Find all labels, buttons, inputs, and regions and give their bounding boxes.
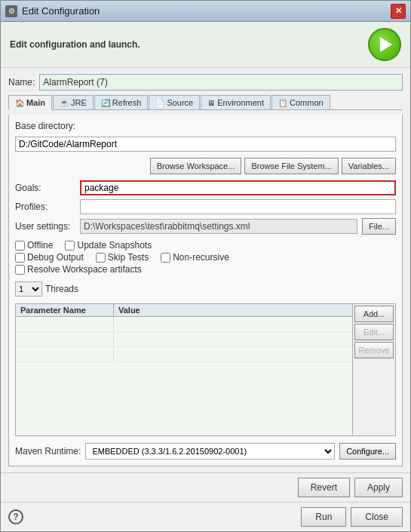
checkbox-row-2: Debug Output Skip Tests Non-recursive — [15, 252, 396, 263]
non-recursive-checkbox-label[interactable]: Non-recursive — [161, 252, 229, 263]
name-input[interactable] — [39, 74, 403, 91]
profiles-input[interactable] — [80, 199, 396, 214]
param-remove-button[interactable]: Remove — [354, 342, 394, 358]
table-row — [16, 332, 352, 347]
resolve-workspace-checkbox-label[interactable]: Resolve Workspace artifacts — [15, 264, 142, 275]
common-tab-icon: 📋 — [278, 99, 287, 107]
title-bar: ⚙ Edit Configuration ✕ — [1, 1, 410, 22]
browse-buttons-row: Browse Workspace... Browse File System..… — [15, 158, 396, 174]
param-table-body — [16, 317, 352, 435]
skip-tests-checkbox[interactable] — [96, 253, 106, 263]
param-col-name-header: Parameter Name — [16, 304, 114, 316]
configure-button[interactable]: Configure... — [339, 443, 396, 460]
resolve-workspace-checkbox[interactable] — [15, 265, 25, 275]
skip-tests-checkbox-label[interactable]: Skip Tests — [96, 252, 149, 263]
debug-output-checkbox-label[interactable]: Debug Output — [15, 252, 84, 263]
param-table-main: Parameter Name Value — [16, 304, 352, 435]
tab-common[interactable]: 📋 Common — [271, 95, 330, 109]
tab-environment[interactable]: 🖥 Environment — [201, 95, 271, 109]
user-settings-input[interactable] — [80, 219, 357, 234]
param-edit-button[interactable]: Edit... — [354, 324, 394, 340]
content-area: Name: 🏠 Main ☕ JRE 🔄 Refresh 📄 Source � — [1, 68, 410, 472]
dialog-window: ⚙ Edit Configuration ✕ Edit configuratio… — [0, 0, 411, 532]
update-snapshots-checkbox[interactable] — [65, 241, 75, 251]
jre-tab-icon: ☕ — [60, 99, 69, 107]
table-row — [16, 347, 352, 362]
bottom-bar: Revert Apply — [1, 472, 410, 502]
apply-button[interactable]: Apply — [354, 478, 403, 497]
param-table-header: Parameter Name Value — [16, 304, 352, 317]
tab-jre[interactable]: ☕ JRE — [53, 95, 94, 109]
tab-refresh[interactable]: 🔄 Refresh — [94, 95, 149, 109]
footer-buttons: Run Close — [301, 507, 403, 527]
checkboxes-section: Offline Update Snapshots Debug Output Sk… — [15, 240, 396, 275]
tab-main[interactable]: 🏠 Main — [8, 95, 52, 110]
main-tab-icon: 🏠 — [15, 99, 24, 107]
profiles-label: Profiles: — [15, 201, 75, 212]
checkbox-row-1: Offline Update Snapshots — [15, 240, 396, 251]
maven-runtime-label: Maven Runtime: — [15, 446, 81, 457]
threads-select[interactable]: 1 2 4 — [15, 281, 42, 297]
help-icon[interactable]: ? — [8, 509, 23, 524]
base-directory-input[interactable] — [15, 137, 396, 152]
goals-label: Goals: — [15, 183, 75, 193]
variables-button[interactable]: Variables... — [342, 158, 396, 174]
refresh-tab-icon: 🔄 — [101, 99, 110, 107]
non-recursive-checkbox[interactable] — [161, 253, 170, 263]
user-settings-row: User settings: File... — [15, 218, 396, 235]
debug-output-checkbox[interactable] — [15, 253, 25, 263]
maven-runtime-select[interactable]: EMBEDDED (3.3.3/1.6.2.20150902-0001) — [85, 443, 335, 460]
offline-checkbox-label[interactable]: Offline — [15, 240, 53, 251]
checkbox-row-3: Resolve Workspace artifacts — [15, 264, 396, 275]
param-action-buttons: Add... Edit... Remove — [352, 304, 395, 435]
update-snapshots-checkbox-label[interactable]: Update Snapshots — [65, 240, 152, 251]
revert-button[interactable]: Revert — [298, 478, 350, 497]
main-panel: Base directory: Browse Workspace... Brow… — [8, 115, 403, 466]
file-button[interactable]: File... — [362, 218, 396, 235]
tabs-bar: 🏠 Main ☕ JRE 🔄 Refresh 📄 Source 🖥 Enviro… — [8, 95, 403, 110]
close-button[interactable]: ✕ — [391, 4, 406, 19]
name-label: Name: — [8, 77, 35, 88]
launch-run-button[interactable] — [368, 28, 401, 61]
source-tab-icon: 📄 — [155, 99, 164, 107]
base-directory-label: Base directory: — [15, 121, 396, 131]
user-settings-label: User settings: — [15, 221, 75, 232]
footer-bar: ? Run Close — [1, 502, 410, 531]
maven-runtime-row: Maven Runtime: EMBEDDED (3.3.3/1.6.2.201… — [15, 443, 396, 460]
threads-label: Threads — [45, 284, 78, 294]
window-icon: ⚙ — [5, 5, 17, 17]
goals-row: Goals: — [15, 180, 396, 195]
run-triangle-icon — [380, 37, 392, 52]
param-add-button[interactable]: Add... — [354, 306, 394, 322]
profiles-row: Profiles: — [15, 199, 396, 214]
offline-checkbox[interactable] — [15, 241, 25, 251]
close-button-footer[interactable]: Close — [351, 507, 403, 527]
browse-filesystem-button[interactable]: Browse File System... — [244, 158, 338, 174]
goals-input[interactable] — [80, 180, 396, 195]
window-title: Edit Configuration — [22, 5, 100, 17]
parameter-table: Parameter Name Value — [15, 303, 396, 436]
table-row — [16, 317, 352, 332]
run-button[interactable]: Run — [301, 507, 346, 527]
header-text: Edit configuration and launch. — [10, 39, 140, 50]
name-row: Name: — [8, 74, 403, 91]
header-bar: Edit configuration and launch. — [1, 22, 410, 68]
threads-row: 1 2 4 Threads — [15, 281, 396, 297]
tab-source[interactable]: 📄 Source — [149, 95, 200, 109]
browse-workspace-button[interactable]: Browse Workspace... — [150, 158, 242, 174]
param-col-value-header: Value — [114, 304, 352, 316]
environment-tab-icon: 🖥 — [207, 99, 215, 107]
